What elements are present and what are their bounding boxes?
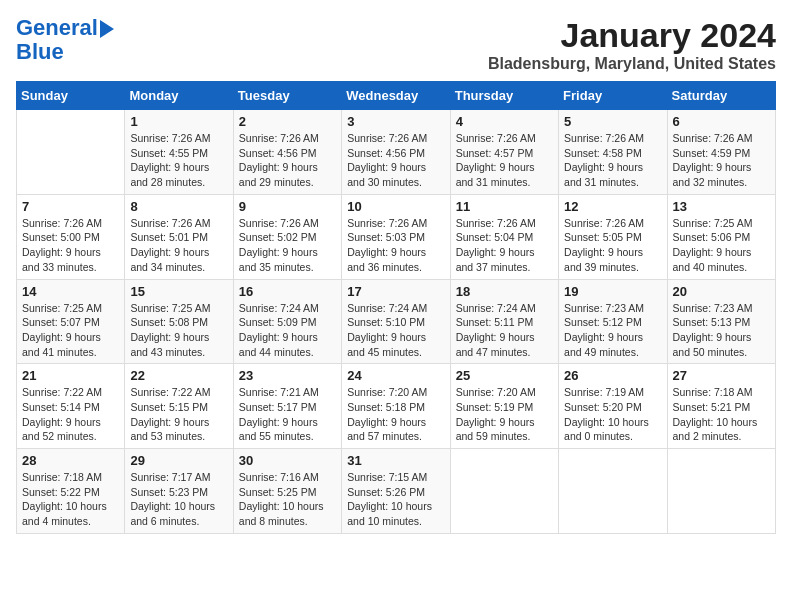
day-number: 30	[239, 453, 336, 468]
day-info: Sunrise: 7:24 AM Sunset: 5:11 PM Dayligh…	[456, 301, 553, 360]
day-info: Sunrise: 7:26 AM Sunset: 5:01 PM Dayligh…	[130, 216, 227, 275]
calendar-cell: 14Sunrise: 7:25 AM Sunset: 5:07 PM Dayli…	[17, 279, 125, 364]
calendar-week-3: 14Sunrise: 7:25 AM Sunset: 5:07 PM Dayli…	[17, 279, 776, 364]
header-day-wednesday: Wednesday	[342, 82, 450, 110]
day-info: Sunrise: 7:20 AM Sunset: 5:18 PM Dayligh…	[347, 385, 444, 444]
calendar-cell: 30Sunrise: 7:16 AM Sunset: 5:25 PM Dayli…	[233, 449, 341, 534]
calendar-cell: 11Sunrise: 7:26 AM Sunset: 5:04 PM Dayli…	[450, 194, 558, 279]
calendar-cell: 21Sunrise: 7:22 AM Sunset: 5:14 PM Dayli…	[17, 364, 125, 449]
day-info: Sunrise: 7:26 AM Sunset: 4:58 PM Dayligh…	[564, 131, 661, 190]
calendar-cell: 5Sunrise: 7:26 AM Sunset: 4:58 PM Daylig…	[559, 110, 667, 195]
calendar-week-4: 21Sunrise: 7:22 AM Sunset: 5:14 PM Dayli…	[17, 364, 776, 449]
day-number: 14	[22, 284, 119, 299]
calendar-cell: 1Sunrise: 7:26 AM Sunset: 4:55 PM Daylig…	[125, 110, 233, 195]
calendar-cell: 28Sunrise: 7:18 AM Sunset: 5:22 PM Dayli…	[17, 449, 125, 534]
day-number: 11	[456, 199, 553, 214]
day-number: 15	[130, 284, 227, 299]
day-info: Sunrise: 7:26 AM Sunset: 5:00 PM Dayligh…	[22, 216, 119, 275]
day-info: Sunrise: 7:26 AM Sunset: 5:04 PM Dayligh…	[456, 216, 553, 275]
header-day-sunday: Sunday	[17, 82, 125, 110]
day-number: 29	[130, 453, 227, 468]
calendar-cell: 17Sunrise: 7:24 AM Sunset: 5:10 PM Dayli…	[342, 279, 450, 364]
day-info: Sunrise: 7:20 AM Sunset: 5:19 PM Dayligh…	[456, 385, 553, 444]
title-section: January 2024 Bladensburg, Maryland, Unit…	[488, 16, 776, 73]
calendar-cell: 23Sunrise: 7:21 AM Sunset: 5:17 PM Dayli…	[233, 364, 341, 449]
calendar-cell: 20Sunrise: 7:23 AM Sunset: 5:13 PM Dayli…	[667, 279, 775, 364]
day-number: 4	[456, 114, 553, 129]
day-info: Sunrise: 7:18 AM Sunset: 5:22 PM Dayligh…	[22, 470, 119, 529]
calendar-cell: 3Sunrise: 7:26 AM Sunset: 4:56 PM Daylig…	[342, 110, 450, 195]
calendar-cell: 22Sunrise: 7:22 AM Sunset: 5:15 PM Dayli…	[125, 364, 233, 449]
day-info: Sunrise: 7:25 AM Sunset: 5:08 PM Dayligh…	[130, 301, 227, 360]
calendar-week-2: 7Sunrise: 7:26 AM Sunset: 5:00 PM Daylig…	[17, 194, 776, 279]
day-number: 1	[130, 114, 227, 129]
calendar-cell: 7Sunrise: 7:26 AM Sunset: 5:00 PM Daylig…	[17, 194, 125, 279]
day-info: Sunrise: 7:26 AM Sunset: 4:56 PM Dayligh…	[239, 131, 336, 190]
day-number: 7	[22, 199, 119, 214]
calendar-cell	[17, 110, 125, 195]
month-title: January 2024	[488, 16, 776, 55]
day-info: Sunrise: 7:21 AM Sunset: 5:17 PM Dayligh…	[239, 385, 336, 444]
day-info: Sunrise: 7:23 AM Sunset: 5:12 PM Dayligh…	[564, 301, 661, 360]
day-number: 12	[564, 199, 661, 214]
day-number: 13	[673, 199, 770, 214]
day-number: 2	[239, 114, 336, 129]
day-number: 6	[673, 114, 770, 129]
calendar-table: SundayMondayTuesdayWednesdayThursdayFrid…	[16, 81, 776, 534]
day-number: 16	[239, 284, 336, 299]
calendar-cell: 16Sunrise: 7:24 AM Sunset: 5:09 PM Dayli…	[233, 279, 341, 364]
calendar-cell: 2Sunrise: 7:26 AM Sunset: 4:56 PM Daylig…	[233, 110, 341, 195]
day-number: 26	[564, 368, 661, 383]
location-title: Bladensburg, Maryland, United States	[488, 55, 776, 73]
day-info: Sunrise: 7:25 AM Sunset: 5:06 PM Dayligh…	[673, 216, 770, 275]
day-info: Sunrise: 7:22 AM Sunset: 5:15 PM Dayligh…	[130, 385, 227, 444]
calendar-cell: 10Sunrise: 7:26 AM Sunset: 5:03 PM Dayli…	[342, 194, 450, 279]
day-number: 31	[347, 453, 444, 468]
day-info: Sunrise: 7:17 AM Sunset: 5:23 PM Dayligh…	[130, 470, 227, 529]
calendar-cell: 26Sunrise: 7:19 AM Sunset: 5:20 PM Dayli…	[559, 364, 667, 449]
day-number: 27	[673, 368, 770, 383]
day-info: Sunrise: 7:25 AM Sunset: 5:07 PM Dayligh…	[22, 301, 119, 360]
calendar-cell: 27Sunrise: 7:18 AM Sunset: 5:21 PM Dayli…	[667, 364, 775, 449]
calendar-cell	[559, 449, 667, 534]
calendar-week-1: 1Sunrise: 7:26 AM Sunset: 4:55 PM Daylig…	[17, 110, 776, 195]
calendar-cell: 13Sunrise: 7:25 AM Sunset: 5:06 PM Dayli…	[667, 194, 775, 279]
calendar-cell: 29Sunrise: 7:17 AM Sunset: 5:23 PM Dayli…	[125, 449, 233, 534]
day-info: Sunrise: 7:26 AM Sunset: 4:55 PM Dayligh…	[130, 131, 227, 190]
calendar-cell: 9Sunrise: 7:26 AM Sunset: 5:02 PM Daylig…	[233, 194, 341, 279]
calendar-cell: 24Sunrise: 7:20 AM Sunset: 5:18 PM Dayli…	[342, 364, 450, 449]
calendar-cell: 25Sunrise: 7:20 AM Sunset: 5:19 PM Dayli…	[450, 364, 558, 449]
calendar-cell: 19Sunrise: 7:23 AM Sunset: 5:12 PM Dayli…	[559, 279, 667, 364]
day-number: 19	[564, 284, 661, 299]
calendar-header: SundayMondayTuesdayWednesdayThursdayFrid…	[17, 82, 776, 110]
header-day-monday: Monday	[125, 82, 233, 110]
day-info: Sunrise: 7:22 AM Sunset: 5:14 PM Dayligh…	[22, 385, 119, 444]
header-day-friday: Friday	[559, 82, 667, 110]
calendar-cell: 15Sunrise: 7:25 AM Sunset: 5:08 PM Dayli…	[125, 279, 233, 364]
logo: GeneralBlue	[16, 16, 114, 64]
day-number: 22	[130, 368, 227, 383]
day-number: 5	[564, 114, 661, 129]
day-info: Sunrise: 7:18 AM Sunset: 5:21 PM Dayligh…	[673, 385, 770, 444]
calendar-cell: 12Sunrise: 7:26 AM Sunset: 5:05 PM Dayli…	[559, 194, 667, 279]
day-info: Sunrise: 7:26 AM Sunset: 4:59 PM Dayligh…	[673, 131, 770, 190]
calendar-cell: 6Sunrise: 7:26 AM Sunset: 4:59 PM Daylig…	[667, 110, 775, 195]
day-info: Sunrise: 7:26 AM Sunset: 4:57 PM Dayligh…	[456, 131, 553, 190]
day-number: 20	[673, 284, 770, 299]
calendar-cell: 4Sunrise: 7:26 AM Sunset: 4:57 PM Daylig…	[450, 110, 558, 195]
calendar-week-5: 28Sunrise: 7:18 AM Sunset: 5:22 PM Dayli…	[17, 449, 776, 534]
header-day-thursday: Thursday	[450, 82, 558, 110]
day-number: 18	[456, 284, 553, 299]
day-number: 21	[22, 368, 119, 383]
day-info: Sunrise: 7:24 AM Sunset: 5:10 PM Dayligh…	[347, 301, 444, 360]
calendar-cell: 8Sunrise: 7:26 AM Sunset: 5:01 PM Daylig…	[125, 194, 233, 279]
day-info: Sunrise: 7:26 AM Sunset: 5:02 PM Dayligh…	[239, 216, 336, 275]
calendar-cell	[667, 449, 775, 534]
day-info: Sunrise: 7:15 AM Sunset: 5:26 PM Dayligh…	[347, 470, 444, 529]
day-number: 9	[239, 199, 336, 214]
day-info: Sunrise: 7:19 AM Sunset: 5:20 PM Dayligh…	[564, 385, 661, 444]
header-day-tuesday: Tuesday	[233, 82, 341, 110]
day-info: Sunrise: 7:26 AM Sunset: 5:03 PM Dayligh…	[347, 216, 444, 275]
day-number: 3	[347, 114, 444, 129]
header-day-saturday: Saturday	[667, 82, 775, 110]
